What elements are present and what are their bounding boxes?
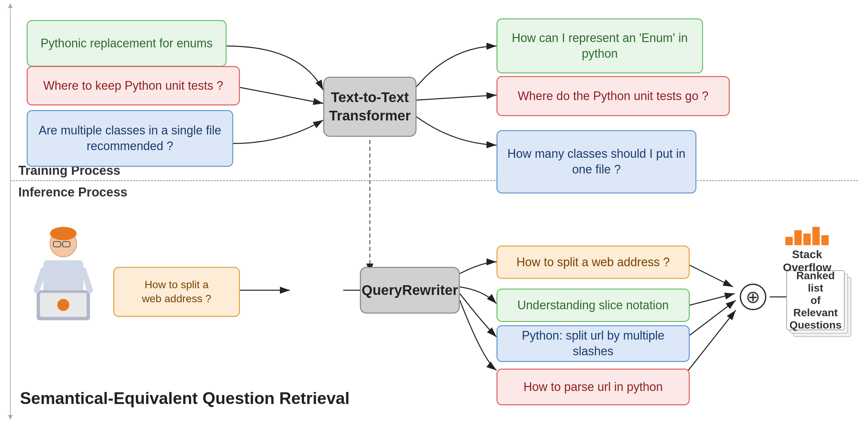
svg-line-7 xyxy=(683,300,736,340)
query-rewriter-box: QueryRewriter xyxy=(360,267,460,314)
inference-output-blue: Python: split url by multiple slashes xyxy=(496,325,690,362)
training-output-blue: How many classes should I put in one fil… xyxy=(496,130,696,194)
training-input-red: Where to keep Python unit tests ? xyxy=(27,66,240,106)
svg-point-18 xyxy=(57,299,69,311)
svg-line-5 xyxy=(683,262,733,287)
inference-output-orange: How to split a web address ? xyxy=(496,246,690,279)
combine-symbol: ⊕ xyxy=(740,284,766,310)
stackoverflow-logo: Stack Overflow xyxy=(783,227,831,274)
training-input-green: Pythonic replacement for enums xyxy=(27,20,226,67)
svg-line-19 xyxy=(37,270,43,290)
inference-output-green: Understanding slice notation xyxy=(496,288,690,322)
inference-output-red: How to parse url in python xyxy=(496,369,690,405)
section-divider xyxy=(10,180,858,181)
svg-line-6 xyxy=(683,293,735,307)
svg-line-8 xyxy=(683,310,736,377)
training-input-blue: Are multiple classes in a single file re… xyxy=(27,110,233,167)
svg-rect-15 xyxy=(43,260,83,293)
svg-point-11 xyxy=(50,227,76,240)
so-label: Stack Overflow xyxy=(783,248,831,274)
training-output-red: Where do the Python unit tests go ? xyxy=(496,76,730,116)
vertical-axis xyxy=(10,7,11,416)
inference-input-bubble: How to split a web address ? xyxy=(113,267,240,317)
training-output-green: How can I represent an 'Enum' in python xyxy=(496,18,703,74)
svg-line-20 xyxy=(83,270,90,290)
transformer-box: Text-to-Text Transformer xyxy=(323,77,416,137)
so-bars-icon xyxy=(785,227,829,245)
inference-label: Inference Process xyxy=(18,185,127,199)
person-figure xyxy=(20,227,106,320)
page-title: Semantical-Equivalent Question Retrieval xyxy=(20,389,349,408)
ranked-list-papers: Ranked list of Relevant Questions xyxy=(786,270,853,340)
